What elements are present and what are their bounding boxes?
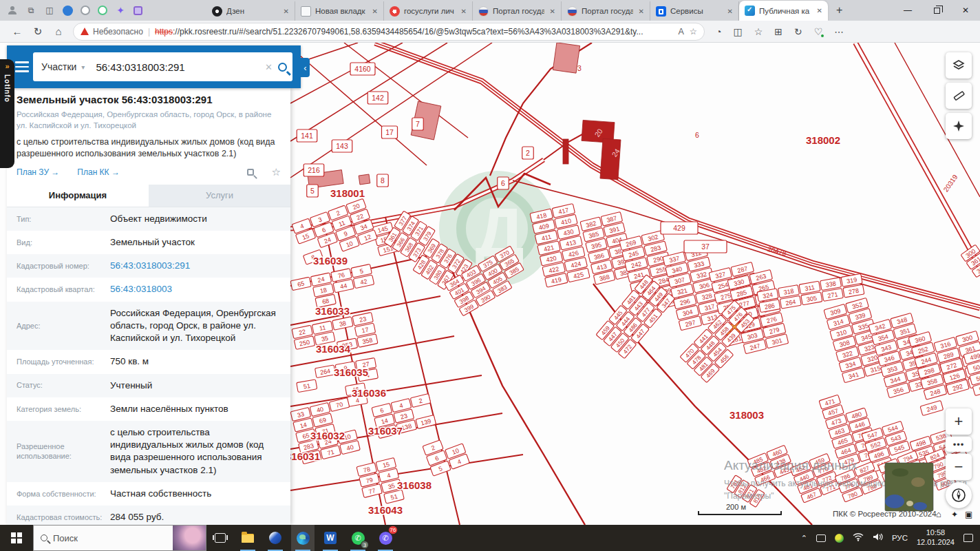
browser-tab[interactable]: госуслуги лич✕	[384, 1, 473, 21]
tab-close-icon[interactable]: ✕	[816, 7, 824, 14]
plan-zu-link[interactable]: План ЗУ →	[17, 167, 59, 177]
flag-favicon-icon	[567, 6, 577, 17]
panel-collapse-chevron[interactable]: ‹	[301, 58, 310, 77]
extension-purple-icon[interactable]	[134, 6, 142, 15]
zoom-out-button[interactable]: −	[946, 454, 972, 480]
collections-icon[interactable]: ⊞	[774, 26, 782, 37]
bookmark-star-icon[interactable]: ☆	[272, 166, 281, 178]
refresh-button[interactable]: ↻	[28, 23, 48, 41]
volume-icon[interactable]	[873, 532, 883, 544]
viber-icon[interactable]: ✆76	[374, 525, 397, 551]
home-button[interactable]: ⌂	[48, 23, 69, 41]
security-warning-icon[interactable]	[81, 28, 89, 35]
viber-badge: 76	[388, 526, 398, 534]
tab-close-icon[interactable]: ✕	[637, 8, 646, 15]
search-category-dropdown[interactable]: Участки▾	[41, 61, 85, 72]
browser-tab[interactable]: Новая вкладк✕	[295, 1, 384, 21]
clock[interactable]: 10:58 12.01.2024	[917, 528, 955, 548]
task-view-button[interactable]	[209, 525, 232, 551]
parcel-number: 142	[372, 94, 384, 102]
browser-essentials-icon[interactable]: ♡	[814, 26, 823, 37]
tab-close-icon[interactable]: ✕	[371, 8, 379, 15]
measure-button[interactable]	[946, 83, 972, 109]
clear-search-icon[interactable]: ✕	[259, 62, 278, 72]
plan-kk-link[interactable]: План КК →	[77, 167, 120, 177]
browser-tab[interactable]: Публичная ка✕	[739, 1, 828, 21]
start-button[interactable]	[0, 525, 33, 551]
tab-information[interactable]: Информация	[7, 185, 149, 207]
search-highlight-image[interactable]	[173, 526, 206, 550]
browser-tab[interactable]: Дзен✕	[206, 1, 295, 21]
antivirus-tray-icon[interactable]	[835, 534, 844, 543]
hidden-icons-chevron[interactable]: ⌃	[801, 534, 807, 543]
minimap[interactable]	[885, 463, 933, 511]
new-tab-button[interactable]: +	[828, 4, 851, 17]
tab-services[interactable]: Услуги	[149, 185, 290, 207]
file-explorer-icon[interactable]	[236, 525, 259, 551]
minimize-button[interactable]: —	[893, 0, 922, 21]
taskbar-search-box[interactable]: Поиск	[33, 525, 206, 551]
history-icon[interactable]: ↻	[794, 26, 802, 37]
read-aloud-icon[interactable]: A	[678, 27, 683, 37]
zoom-in-button[interactable]: +	[946, 408, 972, 435]
notification-center-icon[interactable]	[963, 534, 973, 542]
parcel-number: 4160	[354, 65, 371, 73]
ribbon-arrow-icon: »	[5, 62, 9, 70]
basemap-image-icon[interactable]: ▣	[965, 510, 972, 519]
menu-icon[interactable]	[15, 61, 29, 72]
dzen-favicon-icon	[212, 6, 222, 17]
field-value[interactable]: 56:43:0318003:291	[110, 254, 290, 278]
quarter-label: 316034	[316, 343, 351, 355]
tab-close-icon[interactable]: ✕	[282, 8, 290, 15]
wifi-icon[interactable]	[853, 532, 864, 544]
extension-blue-icon[interactable]	[63, 6, 73, 16]
tab-title: Портал госуда	[582, 7, 633, 15]
tab-close-icon[interactable]: ✕	[460, 8, 468, 15]
marker-star-icon[interactable]: ✦	[951, 510, 958, 519]
vertical-tabs-icon[interactable]: ◫	[44, 5, 55, 16]
favorite-star-icon[interactable]: ☆	[690, 26, 697, 37]
extension-green-icon[interactable]	[98, 6, 107, 15]
favorites-icon[interactable]: ☆	[754, 26, 763, 37]
home-icon[interactable]: ⌂	[936, 509, 941, 519]
compass-button[interactable]	[946, 482, 972, 508]
language-indicator[interactable]: РУС	[892, 534, 908, 542]
parcel-number: 5	[310, 187, 315, 195]
whatsapp-icon[interactable]: ✆3	[346, 525, 370, 551]
search-icon[interactable]	[278, 63, 287, 72]
tab-close-icon[interactable]: ✕	[548, 8, 557, 15]
parcel-number: 51	[303, 382, 311, 391]
lotinfo-extension-ribbon[interactable]: » LotInfo	[0, 59, 14, 168]
close-button[interactable]: ✕	[951, 0, 980, 21]
split-screen-icon[interactable]: ◫	[733, 26, 742, 37]
address-bar[interactable]: Небезопасно | https ://pkk.rosreestr.ru/…	[73, 23, 705, 41]
display-tray-icon[interactable]	[816, 534, 826, 542]
field-value[interactable]: 56:43:0318003	[110, 278, 290, 301]
search-input[interactable]	[96, 61, 259, 73]
field-row: Категория земель:Земли населённых пункто…	[7, 397, 290, 421]
restore-button[interactable]	[922, 0, 951, 21]
tab-close-icon[interactable]: ✕	[726, 8, 734, 15]
quarter-label: 316038	[397, 479, 432, 491]
mail-app-icon[interactable]	[264, 525, 287, 551]
layers-button[interactable]	[946, 52, 972, 79]
stack-icon[interactable]: ⧉	[25, 5, 36, 16]
whatsapp-badge: 3	[361, 541, 369, 549]
browser-tab[interactable]: Портал госуда✕	[473, 1, 562, 21]
more-tools-button[interactable]: •••	[946, 437, 972, 452]
extension-gray-icon[interactable]	[81, 6, 90, 15]
word-app-icon[interactable]: W	[319, 525, 342, 551]
zoom-to-parcel-icon[interactable]	[247, 169, 254, 176]
browser-tab[interactable]: Сервисы✕	[650, 1, 739, 21]
back-button[interactable]: ←	[7, 23, 28, 41]
profile-icon[interactable]	[7, 5, 18, 16]
settings-menu-icon[interactable]: ⋯	[834, 26, 844, 37]
browser-tab[interactable]: Портал госуда✕	[562, 1, 650, 21]
copilot-icon[interactable]: ◔	[716, 26, 721, 37]
security-warning-label[interactable]: Небезопасно	[93, 27, 143, 37]
edge-browser-icon[interactable]	[291, 525, 315, 551]
url-scheme: https	[155, 27, 173, 37]
extension-spark-icon[interactable]: ✦	[115, 5, 126, 16]
locate-marker-button[interactable]	[946, 113, 972, 139]
parcel-number: 37	[701, 242, 710, 251]
